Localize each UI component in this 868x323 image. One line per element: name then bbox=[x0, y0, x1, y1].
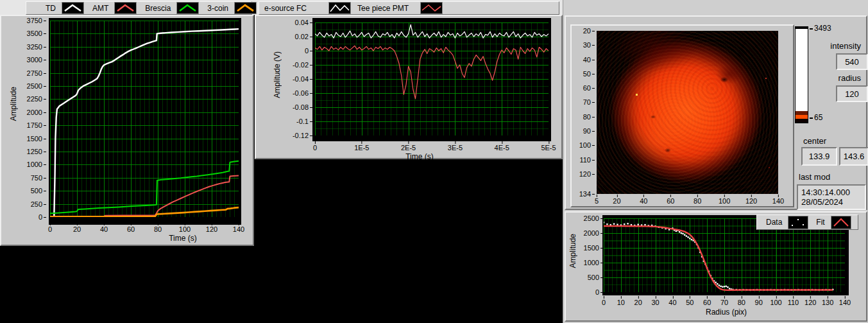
tick-label: 5 bbox=[595, 197, 599, 205]
tick-label: 10 bbox=[617, 299, 625, 306]
brescia-series-swatch-icon[interactable] bbox=[176, 2, 199, 14]
tick-label: 3000 bbox=[27, 56, 42, 64]
tick-label: 5E-5 bbox=[541, 144, 556, 152]
tick-label: 2500 bbox=[27, 82, 42, 90]
tick-label: 110 bbox=[579, 156, 591, 164]
beam-image[interactable] bbox=[597, 31, 778, 194]
legend-label: Fit bbox=[816, 218, 824, 227]
tick-label: 60 bbox=[703, 299, 711, 306]
tick-label: 120 bbox=[579, 170, 591, 178]
legend-label: AMT bbox=[92, 4, 108, 13]
tick-label: 3750 bbox=[27, 17, 42, 24]
intensity-value: 540 bbox=[845, 57, 859, 67]
tick-label: -0.04 bbox=[293, 75, 309, 83]
tick-label: 120 bbox=[804, 299, 816, 306]
legend-label: e-source FC bbox=[264, 4, 309, 13]
panel-pmt-traces: 0.040.020-0.02-0.04-0.06-0.08-0.1-0.12 A… bbox=[255, 15, 563, 159]
tick-label: 20 bbox=[613, 197, 620, 205]
legend-item-data[interactable]: Data bbox=[766, 216, 808, 229]
tee-piece-pmt-series-swatch-icon[interactable] bbox=[420, 2, 443, 14]
legend-radial-profile: Data Fit bbox=[756, 214, 858, 230]
tick-label: 1000 bbox=[584, 259, 599, 266]
tick-label: 4E-5 bbox=[495, 144, 509, 152]
tick-label: 20 bbox=[73, 225, 81, 233]
tick-label: 140 bbox=[772, 197, 784, 205]
tick-label: 100 bbox=[179, 225, 191, 233]
legend-item-amt[interactable]: AMT bbox=[92, 2, 137, 14]
tick-label: 140 bbox=[839, 299, 851, 306]
tick-label: 70 bbox=[720, 299, 728, 306]
legend-item-fit[interactable]: Fit bbox=[816, 216, 851, 229]
esource-fc-series-swatch-icon[interactable] bbox=[328, 2, 351, 14]
tick-label: 750 bbox=[31, 174, 42, 182]
tick-label: 134 bbox=[579, 190, 591, 198]
intensity-input[interactable]: 540 bbox=[836, 53, 868, 70]
legend-item-brescia[interactable]: Brescia bbox=[145, 2, 199, 14]
center-x-value: 133.9 bbox=[809, 152, 830, 161]
td-series-swatch-icon[interactable] bbox=[62, 2, 84, 14]
tick-label: 130 bbox=[822, 299, 833, 306]
tick-label: 40 bbox=[668, 299, 676, 306]
last-mod-indicator: 14:30:14.000 28/05/2024 bbox=[797, 184, 866, 210]
y-axis-label: Amplitude bbox=[568, 234, 577, 268]
tick-label: 80 bbox=[694, 197, 701, 205]
tick-label: 0 bbox=[595, 288, 599, 296]
tick-label: 500 bbox=[588, 274, 599, 281]
legend-item-td[interactable]: TD bbox=[46, 2, 84, 14]
legend-pmt-traces: e-source FC Tee piece PMT bbox=[259, 1, 559, 15]
tick-label: 2E-5 bbox=[401, 144, 416, 152]
panel-beam-image: 2030405060708090100110120134 52040608010… bbox=[565, 15, 867, 210]
legend-item-esource-fc[interactable]: e-source FC bbox=[264, 2, 351, 14]
tick-label: -0.1 bbox=[296, 118, 309, 125]
tick-label: 30 bbox=[583, 41, 591, 49]
accumulation-plot[interactable] bbox=[50, 21, 239, 217]
tick-label: 0 bbox=[38, 213, 42, 221]
tick-label: 140 bbox=[233, 225, 244, 233]
tick-label: 1500 bbox=[584, 244, 599, 252]
tick-label: 110 bbox=[788, 299, 799, 306]
tick-label: 80 bbox=[583, 113, 591, 121]
tick-label: 100 bbox=[719, 197, 730, 205]
faint-speck bbox=[769, 167, 770, 168]
tick-label: 3500 bbox=[27, 30, 42, 37]
red-speck bbox=[765, 78, 767, 79]
tick-label: 3250 bbox=[27, 43, 42, 51]
colorbar-min-label: 65 bbox=[810, 113, 822, 122]
tick-label: 100 bbox=[579, 141, 591, 149]
intensity-label: intensity bbox=[790, 41, 861, 51]
tick-label: 50 bbox=[686, 299, 694, 306]
tick-label: 2750 bbox=[27, 69, 42, 77]
fit-series-swatch-icon[interactable] bbox=[831, 216, 851, 229]
tick-label: 3E-5 bbox=[448, 144, 463, 152]
tick-label: 40 bbox=[640, 197, 647, 205]
tick-label: 0 bbox=[48, 225, 52, 233]
tick-label: 0 bbox=[313, 144, 317, 152]
last-mod-time: 14:30:14.000 bbox=[801, 188, 850, 197]
tick-label: 0.02 bbox=[295, 33, 309, 40]
beam-image-frame: 2030405060708090100110120134 52040608010… bbox=[570, 24, 794, 207]
radius-input[interactable]: 120 bbox=[836, 85, 868, 102]
legend-item-tee-piece-pmt[interactable]: Tee piece PMT bbox=[357, 2, 443, 14]
last-mod-date: 28/05/2024 bbox=[801, 197, 843, 207]
tick-label: 90 bbox=[755, 299, 763, 306]
tick-label: 80 bbox=[738, 299, 745, 306]
tick-label: 1000 bbox=[27, 161, 42, 168]
tick-label: 1750 bbox=[27, 121, 42, 129]
y-axis-label: Amplitude (V) bbox=[273, 51, 282, 98]
legend-item-3coin[interactable]: 3-coin bbox=[207, 2, 257, 14]
center-label: center bbox=[803, 136, 826, 146]
tick-label: -0.06 bbox=[293, 89, 309, 97]
legend-label: Data bbox=[766, 218, 782, 227]
x-axis-ticks: 020406080100120140 bbox=[50, 223, 239, 232]
tick-label: 1E-5 bbox=[354, 144, 369, 152]
data-series-swatch-icon[interactable] bbox=[788, 216, 808, 229]
tick-label: 2250 bbox=[27, 95, 42, 103]
amt-series-swatch-icon[interactable] bbox=[114, 2, 137, 14]
hot-pixel bbox=[636, 94, 638, 96]
3coin-series-swatch-icon[interactable] bbox=[234, 2, 257, 14]
image-x-ticks: 520406080100120140 bbox=[597, 195, 778, 204]
y-axis-ticks: 0.040.020-0.02-0.04-0.06-0.08-0.1-0.12 bbox=[287, 22, 312, 135]
pmt-traces-plot[interactable] bbox=[315, 22, 549, 135]
legend-accumulation: TD AMT Brescia 3-coin bbox=[26, 1, 252, 15]
tick-label: 120 bbox=[745, 197, 757, 205]
